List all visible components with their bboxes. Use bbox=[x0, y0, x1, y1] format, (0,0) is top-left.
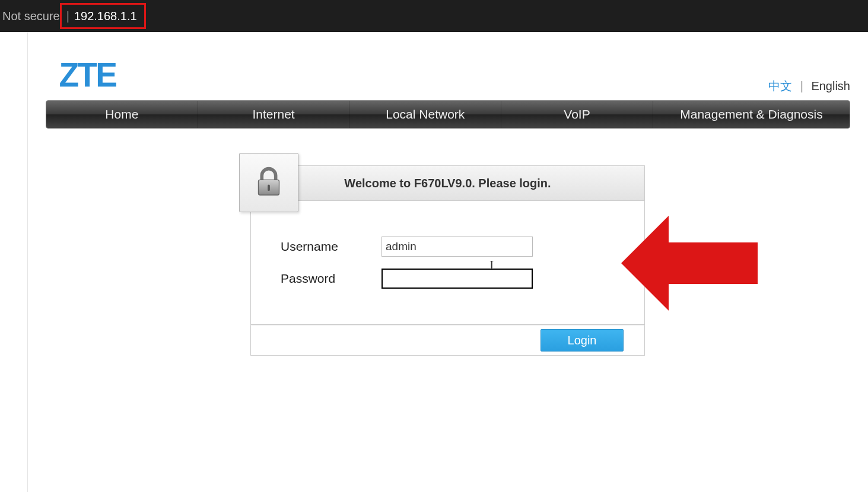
left-gutter bbox=[0, 32, 28, 492]
login-button[interactable]: Login bbox=[540, 329, 624, 352]
username-row: Username bbox=[281, 237, 615, 257]
browser-address-bar[interactable]: Not secure | 192.168.1.1 bbox=[0, 0, 868, 32]
password-input[interactable] bbox=[381, 269, 533, 289]
nav-voip[interactable]: VoIP bbox=[501, 101, 653, 128]
nav-local-network[interactable]: Local Network bbox=[349, 101, 501, 128]
address-highlight: | 192.168.1.1 bbox=[60, 3, 146, 29]
username-label: Username bbox=[281, 239, 381, 254]
lang-english[interactable]: English bbox=[811, 79, 850, 92]
brand-logo: ZTE bbox=[59, 55, 116, 94]
main-nav: Home Internet Local Network VoIP Managem… bbox=[46, 100, 850, 129]
address-text: 192.168.1.1 bbox=[74, 9, 137, 23]
security-label: Not secure bbox=[2, 9, 60, 23]
welcome-text: Welcome to F670LV9.0. Please login. bbox=[344, 177, 551, 190]
header-row: ZTE 中文 | English bbox=[28, 32, 868, 100]
lang-separator: | bbox=[800, 79, 803, 92]
language-switch: 中文 | English bbox=[768, 78, 850, 94]
login-body: Username Password bbox=[250, 201, 645, 325]
nav-internet[interactable]: Internet bbox=[198, 101, 350, 128]
login-panel: Welcome to F670LV9.0. Please login. User… bbox=[250, 165, 645, 356]
login-header: Welcome to F670LV9.0. Please login. bbox=[250, 165, 645, 201]
separator: | bbox=[66, 9, 69, 23]
router-page: ZTE 中文 | English Home Internet Local Net… bbox=[28, 32, 868, 492]
lang-chinese[interactable]: 中文 bbox=[768, 79, 792, 92]
nav-home[interactable]: Home bbox=[46, 101, 198, 128]
lock-icon bbox=[252, 166, 285, 199]
login-footer: Login bbox=[250, 325, 645, 356]
password-label: Password bbox=[281, 271, 381, 286]
lock-badge bbox=[239, 153, 298, 212]
svg-rect-1 bbox=[268, 185, 270, 191]
nav-management[interactable]: Management & Diagnosis bbox=[653, 101, 850, 128]
page-area: ZTE 中文 | English Home Internet Local Net… bbox=[0, 32, 868, 492]
username-input[interactable] bbox=[381, 237, 533, 257]
password-row: Password bbox=[281, 269, 615, 289]
